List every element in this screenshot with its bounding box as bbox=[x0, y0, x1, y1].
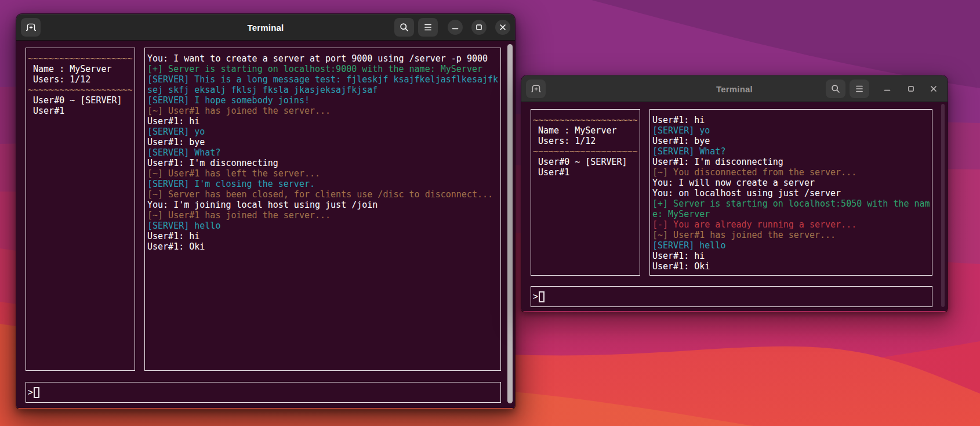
terminal-text-row: [-] You are already running a server... bbox=[652, 219, 930, 230]
terminal-text-row: [SERVER] hello bbox=[652, 240, 930, 251]
chat-panel: User#1: hi[SERVER] yoUser#1: bye[SERVER]… bbox=[649, 109, 932, 276]
terminal-window-left: Terminal bbox=[16, 14, 515, 409]
terminal-text-row: User#1: bye bbox=[652, 136, 930, 146]
input-prompt: > bbox=[28, 387, 33, 398]
chat-rows: User#1: hi[SERVER] yoUser#1: bye[SERVER]… bbox=[652, 115, 930, 272]
terminal-text-row: User#1: hi bbox=[147, 116, 499, 127]
terminal-text-row: You: I want to create a server at port 9… bbox=[147, 53, 499, 64]
terminal-text-row: [SERVER] What? bbox=[652, 146, 930, 157]
hamburger-menu-icon bbox=[855, 85, 864, 93]
terminal-text-row: [~] User#1 has joined the server... bbox=[147, 106, 499, 116]
terminal-text-row: [~] User#1 has left the server... bbox=[147, 168, 499, 179]
maximize-icon bbox=[476, 24, 482, 31]
headerbar[interactable]: Terminal bbox=[521, 75, 948, 102]
terminal-text-row: User#1 bbox=[533, 167, 638, 178]
terminal-text-row: User#1: Oki bbox=[652, 261, 930, 272]
minimize-icon bbox=[884, 85, 891, 92]
minimize-button[interactable] bbox=[448, 20, 463, 35]
terminal-text-row: [+] Server is starting on localhost:9000… bbox=[147, 64, 499, 74]
terminal-text-row: User#1 bbox=[28, 106, 133, 116]
terminal-text-row: sej skfj eksalj fklsj fksla jkasjeksajfk… bbox=[147, 85, 499, 95]
maximize-button[interactable] bbox=[903, 81, 919, 96]
terminal-text-row: User#1: hi bbox=[652, 115, 930, 125]
terminal-text-row: User#0 ~ [SERVER] bbox=[533, 157, 638, 167]
server-info-panel: ~~~~~~~~~~~~~~~~~~~~ Name : MyServer Use… bbox=[26, 48, 135, 371]
terminal-text-row: [~] You disconnected from the server... bbox=[652, 167, 930, 178]
menu-button[interactable] bbox=[418, 18, 438, 37]
message-input-box[interactable]: > bbox=[26, 382, 501, 403]
input-prompt: > bbox=[533, 291, 538, 302]
terminal-text-row: User#1: hi bbox=[147, 231, 499, 241]
terminal-text-row: [SERVER] hello bbox=[147, 221, 499, 231]
new-tab-icon bbox=[531, 84, 541, 93]
terminal-text-row: [+] Server is starting on localhost:5050… bbox=[652, 198, 930, 209]
minimize-button[interactable] bbox=[880, 81, 895, 96]
terminal-text-row: ~~~~~~~~~~~~~~~~~~~~ bbox=[28, 53, 133, 64]
terminal-text-row: e: MyServer bbox=[652, 209, 930, 219]
terminal-text-row: [~] Server has been closed, for clients … bbox=[147, 189, 499, 200]
new-tab-button[interactable] bbox=[526, 80, 546, 98]
close-icon bbox=[499, 24, 506, 31]
terminal-text-row: [~] User#1 has joined the server... bbox=[147, 210, 499, 221]
new-tab-icon bbox=[26, 23, 36, 32]
scrollbar-thumb[interactable] bbox=[507, 44, 513, 403]
terminal-window-right: Terminal bbox=[521, 75, 948, 312]
chat-panel: You: I want to create a server at port 9… bbox=[144, 48, 501, 371]
hamburger-menu-icon bbox=[423, 23, 433, 31]
terminal-text-row: User#1: I'm disconnecting bbox=[147, 158, 499, 168]
search-button[interactable] bbox=[394, 18, 414, 37]
search-icon bbox=[831, 84, 840, 93]
terminal-text-row: User#0 ~ [SERVER] bbox=[28, 95, 133, 106]
terminal-text-row: [~] User#1 has joined the server... bbox=[652, 230, 930, 240]
scrollbar-thumb[interactable] bbox=[941, 104, 945, 307]
terminal-text-row: User#1: bye bbox=[147, 137, 499, 147]
terminal-text-row: [SERVER] This is a long message test: fj… bbox=[147, 74, 499, 85]
headerbar[interactable]: Terminal bbox=[16, 14, 515, 41]
terminal-text-row: Name : MyServer bbox=[533, 125, 638, 136]
terminal-text-row: Users: 1/12 bbox=[533, 136, 638, 146]
search-button[interactable] bbox=[826, 80, 845, 98]
terminal-text-row: [SERVER] What? bbox=[147, 147, 499, 158]
terminal-text-row: ~~~~~~~~~~~~~~~~~~~~ bbox=[28, 85, 133, 95]
terminal-text-row: You: on localhost using just /server bbox=[652, 188, 930, 198]
terminal-text-row: Users: 1/12 bbox=[28, 74, 133, 85]
terminal-text-row: User#1: Oki bbox=[147, 241, 499, 252]
text-cursor bbox=[539, 291, 545, 302]
terminal-text-row: User#1: I'm disconnecting bbox=[652, 157, 930, 167]
terminal-text-row: [SERVER] I'm closing the server. bbox=[147, 179, 499, 189]
server-info-rows: ~~~~~~~~~~~~~~~~~~~~ Name : MyServer Use… bbox=[28, 53, 133, 116]
close-icon bbox=[930, 85, 937, 92]
terminal-screen: ~~~~~~~~~~~~~~~~~~~~ Name : MyServer Use… bbox=[16, 41, 515, 408]
terminal-text-row: [SERVER] yo bbox=[652, 125, 930, 136]
server-info-rows: ~~~~~~~~~~~~~~~~~~~~ Name : MyServer Use… bbox=[533, 115, 638, 178]
terminal-text-row: [SERVER] yo bbox=[147, 127, 499, 137]
terminal-text-row: [SERVER] I hope somebody joins! bbox=[147, 95, 499, 106]
maximize-button[interactable] bbox=[471, 20, 487, 35]
window-title: Terminal bbox=[16, 14, 515, 41]
terminal-screen: ~~~~~~~~~~~~~~~~~~~~ Name : MyServer Use… bbox=[521, 102, 948, 311]
close-button[interactable] bbox=[495, 20, 510, 35]
terminal-text-row: User#1: hi bbox=[652, 251, 930, 261]
terminal-text-row: ~~~~~~~~~~~~~~~~~~~~ bbox=[533, 146, 638, 157]
server-info-panel: ~~~~~~~~~~~~~~~~~~~~ Name : MyServer Use… bbox=[531, 109, 640, 276]
menu-button[interactable] bbox=[850, 80, 869, 98]
text-cursor bbox=[34, 387, 39, 398]
chat-rows: You: I want to create a server at port 9… bbox=[147, 53, 499, 252]
terminal-text-row: ~~~~~~~~~~~~~~~~~~~~ bbox=[533, 115, 638, 125]
message-input-box[interactable]: > bbox=[531, 286, 932, 307]
close-button[interactable] bbox=[926, 81, 941, 96]
terminal-text-row: You: I'm joining local host using just /… bbox=[147, 200, 499, 210]
minimize-icon bbox=[452, 24, 459, 31]
terminal-text-row: You: I will now create a server bbox=[652, 178, 930, 188]
new-tab-button[interactable] bbox=[21, 18, 41, 37]
maximize-icon bbox=[908, 85, 914, 92]
search-icon bbox=[400, 23, 409, 32]
terminal-text-row: Name : MyServer bbox=[28, 64, 133, 74]
